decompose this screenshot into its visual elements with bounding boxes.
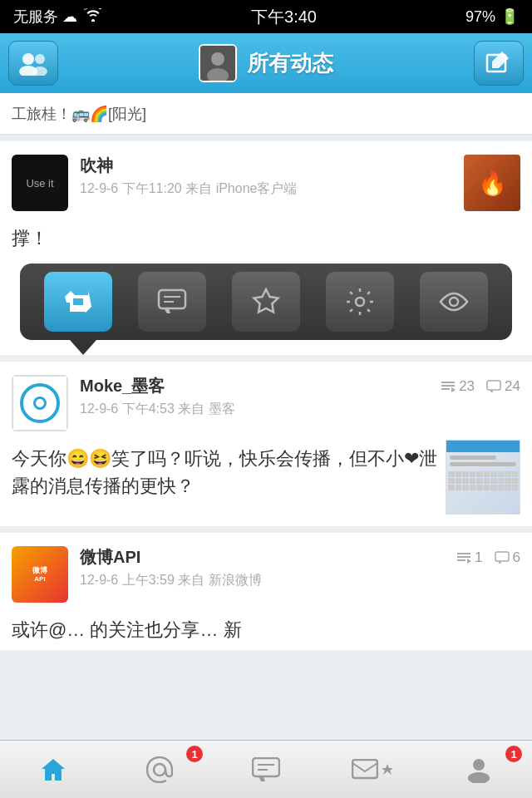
post-time-weibo: 12-9-6 上午3:59 来自 新浪微博 — [80, 572, 520, 589]
status-left: 无服务 ☁ — [13, 7, 102, 27]
compose-button[interactable] — [474, 41, 524, 86]
svg-point-0 — [22, 53, 34, 65]
battery-percent: 97% — [466, 8, 495, 26]
tab-mail[interactable] — [319, 741, 426, 798]
comment-action-button[interactable] — [138, 272, 206, 332]
battery-icon: 🔋 — [500, 7, 519, 26]
avatar-weibo: 微博 API — [12, 546, 68, 603]
star-action-button[interactable] — [232, 272, 300, 332]
post-card-chuishen: Use it 吹神 453 12-9-6 下午11:20 来自 iPhone客户… — [0, 141, 532, 355]
action-bar-wrap — [12, 264, 520, 355]
post-meta-weibo: 微博API 1 6 12-9-6 上午3:59 来自 新浪微博 — [80, 546, 520, 589]
partial-post: 工旅桂！🚌🌈[阳光] — [0, 93, 532, 135]
post-header: Use it 吹神 453 12-9-6 下午11:20 来自 iPhone客户… — [12, 155, 520, 211]
svg-rect-16 — [253, 758, 279, 776]
post-thumb-moke — [446, 440, 520, 515]
post-meta-chuishen: 吹神 453 12-9-6 下午11:20 来自 iPhone客户端 — [80, 155, 520, 198]
status-right: 97% 🔋 — [466, 7, 519, 26]
bottom-nav: 1 1 — [0, 740, 532, 798]
post-thumb-chuishen: 🔥 — [464, 155, 520, 211]
avatar-chuishen: Use it — [12, 155, 68, 211]
svg-rect-19 — [352, 760, 377, 778]
page-title: 所有动态 — [247, 49, 333, 78]
nav-avatar — [199, 44, 237, 82]
post-content-weibo: 或许@… 的关注也分享… 新 — [12, 611, 520, 650]
action-bar-arrow — [70, 340, 96, 355]
tab-mentions[interactable]: 1 — [106, 741, 213, 798]
no-service-label: 无服务 ☁ — [13, 7, 77, 27]
status-bar: 无服务 ☁ 下午3:40 97% 🔋 — [0, 0, 532, 33]
svg-point-11 — [356, 298, 364, 306]
retweet-count-moke: 23 — [459, 378, 475, 395]
post-stats-weibo: 1 6 — [456, 549, 520, 566]
tab-chat[interactable] — [213, 741, 319, 798]
post-card-weibo: 微博 API 微博API 1 6 — [0, 533, 532, 650]
svg-point-2 — [35, 54, 45, 64]
svg-point-21 — [468, 772, 490, 783]
svg-point-15 — [154, 764, 165, 776]
svg-rect-14 — [495, 552, 509, 561]
friends-button[interactable] — [8, 41, 58, 86]
feed: 工旅桂！🚌🌈[阳光] Use it 吹神 453 — [0, 93, 532, 740]
retweet-action-button[interactable] — [44, 272, 112, 332]
post-content-chuishen: 撑！ — [12, 219, 520, 264]
svg-point-20 — [473, 759, 485, 771]
post-name-moke: Moke_墨客 — [80, 375, 165, 397]
svg-point-12 — [450, 298, 458, 306]
post-card-moke: Moke_墨客 23 24 12-9-6 下午4:53 来自 墨客 — [0, 362, 532, 526]
comment-count-moke: 24 — [505, 378, 520, 395]
avatar-moke — [12, 375, 68, 431]
eye-action-button[interactable] — [420, 272, 488, 332]
svg-rect-13 — [487, 381, 500, 390]
post-text-moke: 今天你😄😆笑了吗？听说，快乐会传播，但不小❤泄露的消息传播的更快？ — [12, 440, 437, 515]
partial-post-text: 工旅桂！🚌🌈[阳光] — [12, 104, 146, 124]
post-header-weibo: 微博 API 微博API 1 6 — [12, 546, 520, 603]
retweet-count-weibo: 1 — [475, 549, 482, 566]
settings-action-button[interactable] — [326, 272, 394, 332]
top-nav: 所有动态 — [0, 33, 532, 93]
wifi-icon — [84, 8, 102, 26]
svg-rect-8 — [159, 290, 185, 308]
post-time-moke: 12-9-6 下午4:53 来自 墨客 — [80, 401, 520, 418]
action-bar — [20, 264, 512, 340]
comment-count-weibo: 6 — [513, 549, 520, 566]
tab-home[interactable] — [0, 741, 106, 798]
tab-mentions-badge: 1 — [186, 746, 203, 762]
post-stats-moke: 23 24 — [441, 378, 520, 395]
post-name-chuishen: 吹神 — [80, 155, 113, 177]
tab-profile[interactable]: 1 — [426, 741, 532, 798]
post-name-weibo: 微博API — [80, 546, 140, 569]
post-meta-moke: Moke_墨客 23 24 12-9-6 下午4:53 来自 墨客 — [80, 375, 520, 418]
post-content-area-moke: 今天你😄😆笑了吗？听说，快乐会传播，但不小❤泄露的消息传播的更快？ — [12, 440, 520, 515]
tab-profile-badge: 1 — [505, 746, 522, 762]
nav-title-group: 所有动态 — [199, 44, 333, 82]
svg-point-5 — [211, 52, 224, 66]
status-time: 下午3:40 — [251, 6, 317, 28]
post-time-chuishen: 12-9-6 下午11:20 来自 iPhone客户端 — [80, 180, 520, 198]
post-header-moke: Moke_墨客 23 24 12-9-6 下午4:53 来自 墨客 — [12, 375, 520, 431]
